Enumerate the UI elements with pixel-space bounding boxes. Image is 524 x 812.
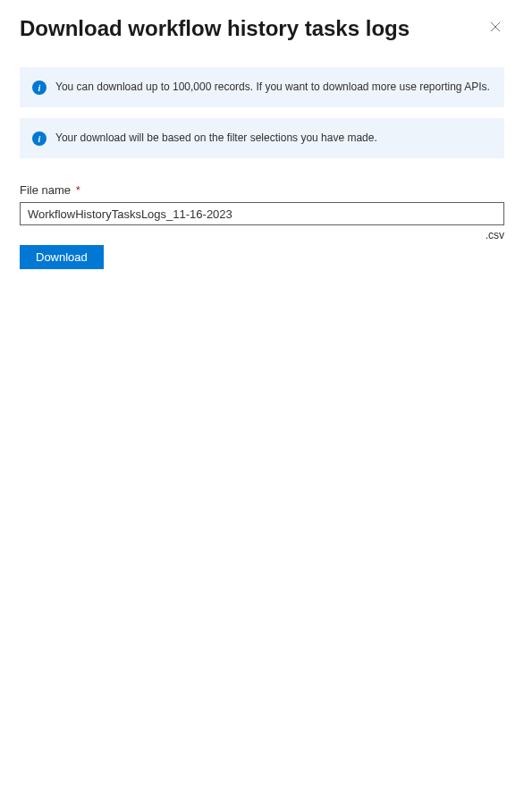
info-box-filter: i Your download will be based on the fil… [20,118,504,158]
filename-label: File name * [20,183,504,197]
filename-input[interactable] [20,202,504,225]
info-box-records: i You can download up to 100,000 records… [20,67,504,107]
form-section: File name * .csv Download [20,183,504,269]
info-icon: i [32,80,46,95]
info-text-filter: Your download will be based on the filte… [55,131,377,146]
required-indicator: * [76,183,80,197]
download-button[interactable]: Download [20,245,104,269]
info-text-records: You can download up to 100,000 records. … [55,80,490,95]
download-panel: Download workflow history tasks logs i Y… [0,0,524,283]
close-icon [490,21,501,33]
info-icon: i [32,131,46,146]
page-title: Download workflow history tasks logs [20,14,410,42]
close-button[interactable] [486,18,504,36]
panel-header: Download workflow history tasks logs [20,14,504,42]
file-extension: .csv [20,229,504,241]
